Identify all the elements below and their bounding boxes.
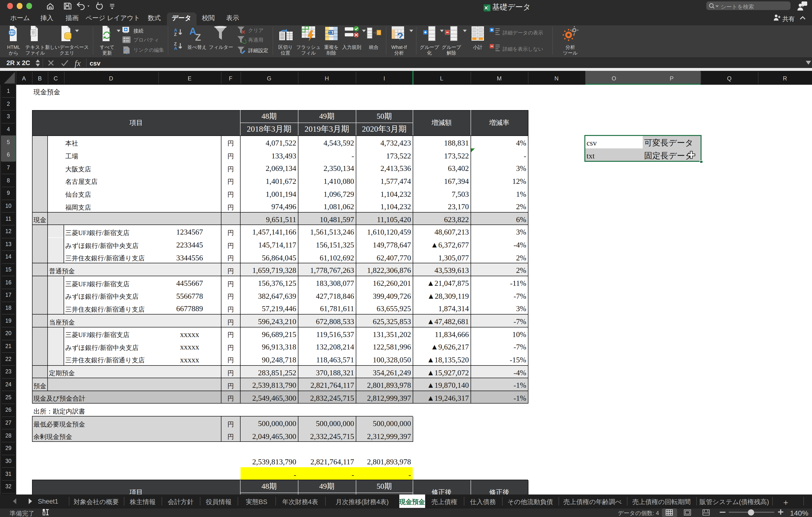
svg-text:A: A xyxy=(174,46,177,51)
svg-text:Z: Z xyxy=(174,32,177,37)
svg-text:Z: Z xyxy=(174,42,177,47)
svg-text:Z: Z xyxy=(195,32,201,42)
svg-text:A: A xyxy=(174,28,177,32)
svg-text:?: ? xyxy=(397,31,403,42)
